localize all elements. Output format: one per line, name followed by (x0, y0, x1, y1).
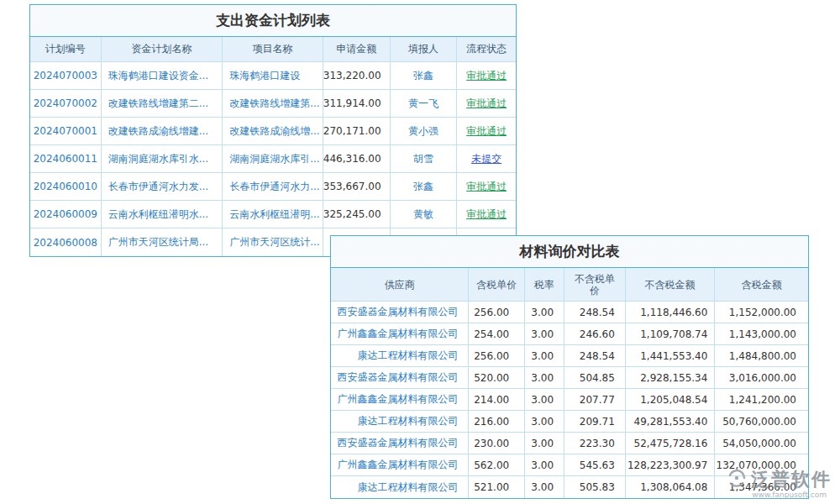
cell-tax-rate: 3.00 (525, 389, 564, 410)
cell-tax-rate: 3.00 (525, 345, 564, 366)
cell-amount: 270,171.00 (323, 118, 391, 144)
cell-net-amount: 1,205,048.54 (626, 389, 716, 410)
cell-gross-amount: 1,152,000.00 (715, 302, 808, 323)
cell-gross-price: 520.00 (469, 367, 525, 388)
col-header-net-amount: 不含税金额 (626, 268, 716, 301)
cell-supplier[interactable]: 广州鑫鑫金属材料有限公司 (331, 389, 469, 410)
col-header-net-price: 不含税单价 (564, 268, 626, 301)
cell-reporter[interactable]: 胡雪 (391, 145, 458, 172)
cell-fund-plan[interactable]: 湖南洞庭湖水库引水... (102, 145, 223, 172)
table-row: 2024070002 改建铁路线增建第二... 改建铁路线增建第... 311,… (30, 90, 516, 118)
cell-fund-plan[interactable]: 改建铁路线增建第二... (102, 90, 223, 117)
material-inquiry-comparison-table: 材料询价对比表 供应商 含税单价 税率 不含税单价 不含税金额 含税金额 西安盛… (330, 235, 809, 499)
vendor-brand-text: 泛普软件 (751, 467, 832, 492)
vendor-watermark: 泛普软件 www.fanpusoft.com (726, 467, 832, 499)
cell-status-link[interactable]: 审批通过 (457, 118, 516, 144)
cell-net-amount: 52,475,728.16 (626, 433, 716, 454)
cell-fund-plan[interactable]: 长春市伊通河水力发... (102, 173, 223, 200)
cell-reporter[interactable]: 张鑫 (391, 62, 458, 89)
cell-tax-rate: 3.00 (525, 302, 564, 323)
expenditure-fund-plan-table: 支出资金计划列表 计划编号 资金计划名称 项目名称 申请金额 填报人 流程状态 … (29, 4, 517, 257)
cell-net-price: 505.83 (564, 476, 626, 498)
col-header-reporter: 填报人 (391, 37, 458, 61)
cell-amount: 325,245.00 (323, 201, 391, 228)
cell-net-amount: 49,281,553.40 (626, 411, 716, 432)
cell-supplier[interactable]: 广州鑫鑫金属材料有限公司 (331, 454, 469, 475)
cell-supplier[interactable]: 西安盛器金属材料有限公司 (331, 302, 469, 323)
cell-net-amount: 1,441,553.40 (626, 345, 716, 366)
cell-gross-price: 256.00 (469, 345, 525, 366)
cell-fund-plan[interactable]: 珠海鹤港口建设资金... (102, 62, 223, 89)
cell-plan-id[interactable]: 2024070002 (30, 90, 102, 117)
cell-gross-price: 562.00 (469, 454, 525, 475)
col-header-status: 流程状态 (457, 37, 516, 61)
table-row: 2024060011 湖南洞庭湖水库引水... 湖南洞庭湖水库引... 446,… (30, 145, 516, 173)
cell-reporter[interactable]: 张鑫 (391, 173, 458, 200)
cell-gross-price: 521.00 (469, 476, 525, 498)
fanpu-logo-icon (726, 467, 748, 492)
cell-net-amount: 1,109,708.74 (626, 323, 716, 344)
cell-project[interactable]: 改建铁路线增建第... (223, 90, 323, 117)
col-header-project: 项目名称 (223, 37, 323, 61)
cell-plan-id[interactable]: 2024060011 (30, 145, 102, 172)
cell-fund-plan[interactable]: 改建铁路成渝线增建... (102, 118, 223, 144)
cell-reporter[interactable]: 黄敏 (391, 201, 458, 228)
cell-status-link[interactable]: 审批通过 (457, 173, 516, 200)
cell-project[interactable]: 长春市伊通河水力... (223, 173, 323, 200)
cell-net-amount: 2,928,155.34 (626, 367, 716, 388)
cell-status-link[interactable]: 未提交 (457, 145, 516, 172)
cell-project[interactable]: 珠海鹤港口建设 (223, 62, 323, 89)
cell-project[interactable]: 广州市天河区统计... (223, 228, 323, 256)
cell-plan-id[interactable]: 2024060010 (30, 173, 102, 200)
cell-reporter[interactable]: 黄小强 (391, 118, 458, 144)
col-header-supplier: 供应商 (331, 268, 469, 301)
table-row: 康达工程材料有限公司 216.00 3.00 209.71 49,281,553… (331, 411, 808, 433)
cell-amount: 311,914.00 (323, 90, 391, 117)
cell-status-link[interactable]: 审批通过 (457, 201, 516, 228)
cell-amount: 353,667.00 (323, 173, 391, 200)
cell-plan-id[interactable]: 2024070003 (30, 62, 102, 89)
table-row: 2024070003 珠海鹤港口建设资金... 珠海鹤港口建设 313,220.… (30, 62, 516, 90)
cell-plan-id[interactable]: 2024070001 (30, 118, 102, 144)
cell-tax-rate: 3.00 (525, 367, 564, 388)
cell-supplier[interactable]: 广州鑫鑫金属材料有限公司 (331, 323, 469, 344)
cell-tax-rate: 3.00 (525, 476, 564, 498)
cell-fund-plan[interactable]: 云南水利枢纽潜明水... (102, 201, 223, 228)
cell-gross-amount: 3,016,000.00 (715, 367, 808, 388)
cell-amount: 446,316.00 (323, 145, 391, 172)
cell-project[interactable]: 湖南洞庭湖水库引... (223, 145, 323, 172)
cell-reporter[interactable]: 黄一飞 (391, 90, 458, 117)
table-row: 2024060009 云南水利枢纽潜明水... 云南水利枢纽潜明... 325,… (30, 201, 516, 228)
cell-plan-id[interactable]: 2024060008 (30, 228, 102, 256)
cell-tax-rate: 3.00 (525, 323, 564, 344)
vendor-url-text: www.fanpusoft.com (752, 491, 832, 499)
cell-status-link[interactable]: 审批通过 (457, 62, 516, 89)
col-header-plan-id: 计划编号 (30, 37, 102, 61)
cell-supplier[interactable]: 西安盛器金属材料有限公司 (331, 433, 469, 454)
cell-plan-id[interactable]: 2024060009 (30, 201, 102, 228)
cell-supplier[interactable]: 康达工程材料有限公司 (331, 345, 469, 366)
cell-project[interactable]: 改建铁路成渝线增... (223, 118, 323, 144)
table-row: 2024070001 改建铁路成渝线增建... 改建铁路成渝线增... 270,… (30, 118, 516, 145)
col-header-fund-plan: 资金计划名称 (102, 37, 223, 61)
cell-tax-rate: 3.00 (525, 411, 564, 432)
cell-supplier[interactable]: 康达工程材料有限公司 (331, 411, 469, 432)
cell-fund-plan[interactable]: 广州市天河区统计局... (102, 228, 223, 256)
cell-status-link[interactable]: 审批通过 (457, 90, 516, 117)
cell-net-price: 207.77 (564, 389, 626, 410)
cell-amount: 313,220.00 (323, 62, 391, 89)
table-row: 西安盛器金属材料有限公司 230.00 3.00 223.30 52,475,7… (331, 433, 808, 454)
cell-gross-price: 256.00 (469, 302, 525, 323)
table-row: 广州鑫鑫金属材料有限公司 254.00 3.00 246.60 1,109,70… (331, 323, 808, 345)
cell-supplier[interactable]: 西安盛器金属材料有限公司 (331, 367, 469, 388)
cell-net-price: 248.54 (564, 345, 626, 366)
cell-gross-price: 230.00 (469, 433, 525, 454)
cell-net-price: 223.30 (564, 433, 626, 454)
cell-net-amount: 1,118,446.60 (626, 302, 716, 323)
cell-net-price: 246.60 (564, 323, 626, 344)
table1-title: 支出资金计划列表 (30, 5, 516, 37)
cell-net-price: 504.85 (564, 367, 626, 388)
cell-supplier[interactable]: 康达工程材料有限公司 (331, 476, 469, 498)
cell-project[interactable]: 云南水利枢纽潜明... (223, 201, 323, 228)
cell-tax-rate: 3.00 (525, 433, 564, 454)
